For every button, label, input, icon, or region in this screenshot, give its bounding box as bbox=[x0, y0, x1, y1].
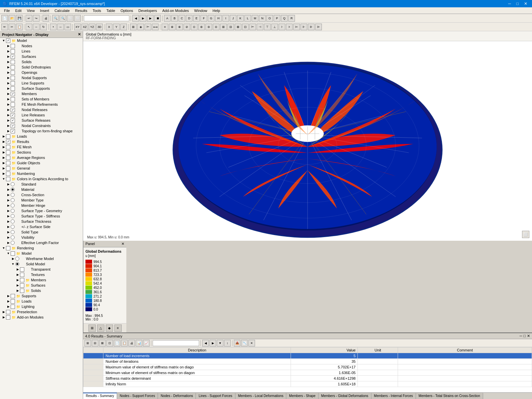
bt-filter[interactable]: ▼ bbox=[217, 340, 223, 346]
table-row[interactable]: Stiffness matrix determinant4.616E+1298 bbox=[83, 376, 532, 381]
tree-expand-icon-6[interactable]: ▶ bbox=[6, 70, 11, 75]
tree-expand-icon-13[interactable]: ▶ bbox=[6, 107, 11, 112]
tree-item-14[interactable]: ▶Line Releases bbox=[0, 112, 83, 118]
tree-radio-41[interactable] bbox=[15, 257, 19, 261]
tree-expand-icon-3[interactable]: ▶ bbox=[6, 54, 11, 59]
tree-item-22[interactable]: ▶📁Average Regions bbox=[0, 155, 83, 160]
col-header-value[interactable]: Value bbox=[291, 347, 358, 353]
tree-checkbox-49[interactable] bbox=[11, 299, 15, 304]
tree-item-0[interactable]: ▼📁Model bbox=[0, 38, 83, 43]
tree-expand-icon-33[interactable]: ▶ bbox=[6, 214, 11, 218]
tree-expand-icon-2[interactable]: ▶ bbox=[6, 49, 11, 54]
tb-btn-l[interactable]: L bbox=[244, 15, 251, 22]
tree-expand-icon-26[interactable]: ▼ bbox=[1, 177, 6, 181]
menu-item-options[interactable]: Options bbox=[118, 8, 136, 13]
tree-checkbox-48[interactable] bbox=[11, 294, 15, 298]
zoom-window-btn[interactable]: ⬜ bbox=[522, 231, 529, 238]
tree-expand-icon-23[interactable]: ▶ bbox=[1, 161, 6, 165]
bottom-combo[interactable]: RF-FORM-FINDING bbox=[153, 340, 199, 346]
tree-item-50[interactable]: ▶📁Lighting bbox=[0, 304, 83, 309]
tree-item-4[interactable]: ▶Solids bbox=[0, 59, 83, 65]
tree-radio-31[interactable] bbox=[11, 203, 15, 207]
tree-container[interactable]: ▼📁Model▶Nodes▶Lines▶Surfaces▶Solids▶Soli… bbox=[0, 38, 83, 399]
tree-checkbox-26[interactable] bbox=[6, 177, 10, 181]
tb2-extra-j[interactable]: ⊟ bbox=[227, 24, 234, 30]
tb-zoom-select[interactable]: ⬜ bbox=[74, 15, 81, 22]
bt-btn2[interactable]: ⊟ bbox=[92, 340, 98, 346]
tb2-view-3d[interactable]: 3D bbox=[96, 24, 103, 30]
tree-item-40[interactable]: ▼📁Model bbox=[0, 251, 83, 256]
tb2-rotate[interactable]: ↻ bbox=[40, 24, 47, 30]
tb-zoom-out[interactable]: 🔍 bbox=[60, 15, 66, 22]
tb-zoom-in[interactable]: 🔍 bbox=[52, 15, 59, 22]
tree-item-11[interactable]: ▶Sets of Members bbox=[0, 96, 83, 102]
tb2-btn-b[interactable]: ✂ bbox=[9, 24, 15, 30]
tb2-move[interactable]: ↔ bbox=[33, 24, 40, 30]
tree-checkbox-24[interactable] bbox=[6, 166, 10, 171]
tree-expand-icon-50[interactable]: ▶ bbox=[6, 304, 11, 309]
tree-item-30[interactable]: ▶Member Type bbox=[0, 198, 83, 203]
tree-item-6[interactable]: ▶Openings bbox=[0, 70, 83, 75]
tb2-extra-a[interactable]: ≡ bbox=[162, 24, 168, 30]
tb2-extra-p[interactable]: ⊥ bbox=[271, 24, 278, 30]
tree-item-33[interactable]: ▶Surface Type - Stiffness bbox=[0, 213, 83, 219]
viewport-canvas[interactable]: Max u: 994.5, Min u: 0.0 mm ⬜ bbox=[83, 41, 532, 241]
bt-btn5[interactable]: 📄 bbox=[114, 340, 120, 346]
close-button[interactable]: ✕ bbox=[522, 1, 529, 6]
tb2-extra-r[interactable]: ⊧ bbox=[286, 24, 293, 30]
bt-chart[interactable]: 📉 bbox=[241, 340, 248, 346]
table-row[interactable]: Maximum value of element of stiffness ma… bbox=[83, 364, 532, 370]
tree-expand-icon-27[interactable]: ▶ bbox=[6, 182, 11, 187]
tree-checkbox-22[interactable] bbox=[6, 156, 10, 160]
tb2-extra-l[interactable]: ⊡ bbox=[242, 24, 249, 30]
tree-checkbox-10[interactable] bbox=[11, 92, 15, 96]
tb2-extra-m[interactable]: ⊢ bbox=[249, 24, 256, 30]
tree-item-9[interactable]: ▶Surface Supports bbox=[0, 86, 83, 91]
tree-radio-37[interactable] bbox=[11, 235, 15, 239]
tb-btn-e[interactable]: E bbox=[193, 15, 200, 22]
tb2-extra-f[interactable]: ⊛ bbox=[198, 24, 205, 30]
tb-btn-k[interactable]: K bbox=[237, 15, 244, 22]
tree-expand-icon-4[interactable]: ▶ bbox=[6, 60, 11, 64]
tb2-surface[interactable]: ▭ bbox=[65, 24, 71, 30]
tree-item-42[interactable]: ▼Solid Model bbox=[0, 261, 83, 267]
tb2-extra-h[interactable]: ⊝ bbox=[213, 24, 219, 30]
tree-expand-icon-14[interactable]: ▶ bbox=[6, 113, 11, 117]
tb-btn-f[interactable]: F bbox=[200, 15, 207, 22]
tree-item-29[interactable]: ▶Cross-Section bbox=[0, 192, 83, 198]
tree-item-21[interactable]: ▶📁Sections bbox=[0, 150, 83, 155]
tree-checkbox-13[interactable] bbox=[11, 108, 15, 112]
tree-item-47[interactable]: ▶📁Solids bbox=[0, 288, 83, 293]
tree-expand-icon-15[interactable]: ▶ bbox=[6, 118, 11, 123]
tree-expand-icon-29[interactable]: ▶ bbox=[6, 193, 11, 197]
tree-item-12[interactable]: ▶FE Mesh Refinements bbox=[0, 102, 83, 107]
bottom-tab-0[interactable]: Results - Summary bbox=[83, 393, 117, 399]
tb-stop[interactable]: ⏹ bbox=[154, 15, 161, 22]
tree-item-18[interactable]: ▶📁Loads bbox=[0, 134, 83, 139]
menu-item-results[interactable]: Results bbox=[72, 8, 90, 13]
menu-item-table[interactable]: Table bbox=[104, 8, 118, 13]
tb-next[interactable]: ▶ bbox=[140, 15, 146, 22]
tb2-z[interactable]: Z bbox=[120, 24, 127, 30]
tb-print[interactable]: 🖨 bbox=[43, 15, 49, 22]
tree-expand-icon-1[interactable]: ▶ bbox=[6, 44, 11, 48]
tb2-extra-t[interactable]: ⊩ bbox=[301, 24, 307, 30]
tree-expand-icon-7[interactable]: ▶ bbox=[6, 75, 11, 80]
tree-item-39[interactable]: ▼📁Rendering bbox=[0, 245, 83, 251]
bottom-tab-3[interactable]: Lines - Support Forces bbox=[196, 393, 235, 399]
tree-item-38[interactable]: ▶Effective Length Factor bbox=[0, 240, 83, 245]
tree-checkbox-51[interactable] bbox=[6, 310, 10, 314]
tree-item-26[interactable]: ▼📁Colors in Graphics According to bbox=[0, 176, 83, 182]
tree-expand-icon-42[interactable]: ▼ bbox=[11, 262, 15, 266]
bottom-tabs[interactable]: Results - SummaryNodes - Support ForcesN… bbox=[83, 392, 532, 399]
menu-item-developers[interactable]: Developers bbox=[136, 8, 160, 13]
tb2-btn-c[interactable]: 📋 bbox=[16, 24, 23, 30]
bottom-minimize[interactable]: ─ bbox=[520, 334, 522, 338]
tree-checkbox-15[interactable] bbox=[11, 118, 15, 123]
bt-btn6[interactable]: 📋 bbox=[121, 340, 128, 346]
tree-checkbox-14[interactable] bbox=[11, 113, 15, 117]
tree-radio-35[interactable] bbox=[11, 225, 15, 229]
tree-expand-icon-21[interactable]: ▶ bbox=[1, 150, 6, 155]
tree-item-17[interactable]: ▶Topology on form-finding shape bbox=[0, 128, 83, 134]
table-row[interactable]: Number of iterations35 bbox=[83, 359, 532, 364]
